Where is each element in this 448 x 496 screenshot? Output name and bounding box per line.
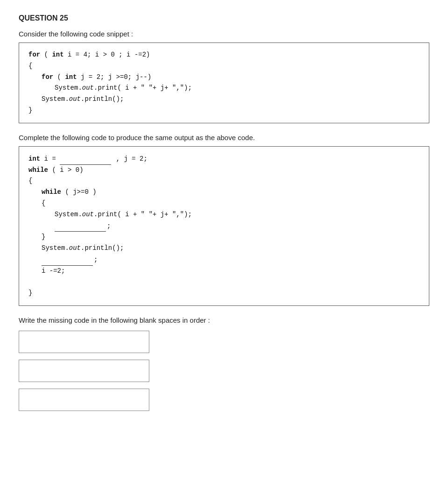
question-title: QUESTION 25: [19, 14, 429, 22]
question-container: QUESTION 25 Consider the following code …: [19, 14, 429, 411]
code1-line3: for ( int j = 2; j >=0; j--): [28, 72, 420, 83]
code2-line3: {: [28, 176, 420, 187]
write-instruction: Write the missing code in the following …: [19, 316, 429, 324]
code1-line2: {: [28, 61, 420, 72]
code1-line4: System.out.print( i + " "+ j+ ",");: [28, 83, 420, 94]
code2-line12: }: [28, 288, 420, 299]
code2-line1: int i = , j = 2;: [28, 153, 420, 165]
code2-line11: i -=2;: [28, 266, 420, 277]
code2-line10: ;: [28, 254, 420, 266]
intro-label: Consider the following code snippet :: [19, 30, 429, 38]
blank-3: [42, 254, 93, 266]
code2-line4: while ( j>=0 ): [28, 187, 420, 198]
blank-2: [55, 220, 106, 232]
code2-line2: while ( i > 0): [28, 165, 420, 176]
code1-line6: }: [28, 105, 420, 116]
code1-line1: for ( int i = 4; i > 0 ; i -=2): [28, 50, 420, 61]
answer-input-1[interactable]: [19, 331, 149, 353]
code2-line6: System.out.print( i + " "+ j+ ",");: [28, 209, 420, 220]
code1-line5: System.out.println();: [28, 94, 420, 105]
blank-1: [60, 153, 111, 165]
answer-input-3[interactable]: [19, 389, 149, 411]
answer-input-2[interactable]: [19, 360, 149, 382]
code2-line8: }: [28, 232, 420, 243]
code-box-1: for ( int i = 4; i > 0 ; i -=2) { for ( …: [19, 43, 429, 123]
code2-line5: {: [28, 198, 420, 209]
answer-section: Write the missing code in the following …: [19, 316, 429, 411]
code2-line9: System.out.println();: [28, 243, 420, 254]
instruction-label: Complete the following code to produce t…: [19, 134, 429, 142]
code-box-2: int i = , j = 2; while ( i > 0) { while …: [19, 146, 429, 306]
code2-line7: ;: [28, 220, 420, 232]
